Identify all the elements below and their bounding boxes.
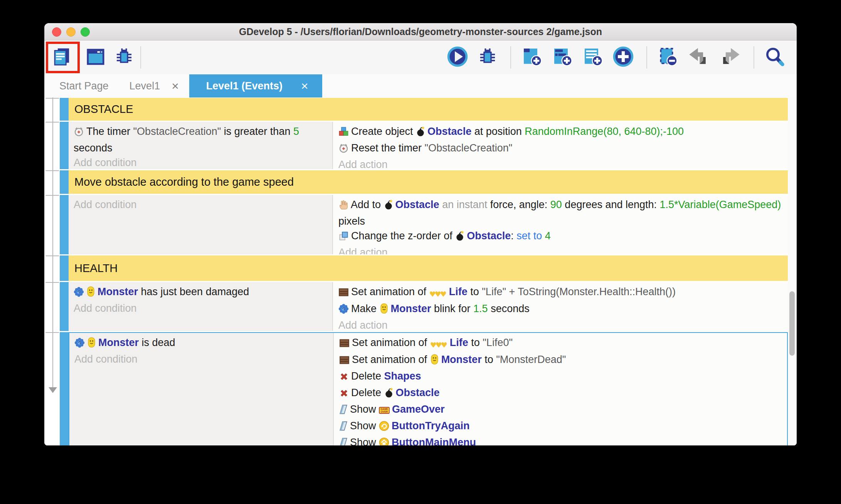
redo-button[interactable] <box>719 47 743 68</box>
text-segment: Show <box>350 420 379 432</box>
search-button[interactable] <box>764 46 787 69</box>
text-segment: Shapes <box>384 370 421 382</box>
condition-line[interactable]: Monster has just been damaged <box>74 284 328 301</box>
action-line[interactable]: Change the z-order of Obstacle: set to 4 <box>338 228 783 245</box>
tab-level1[interactable]: Level1 × <box>119 74 189 97</box>
action-line[interactable]: Add to Obstacle an instant force, angle:… <box>338 197 783 228</box>
actions-cell[interactable]: Create object Obstacle at position Rando… <box>333 122 788 169</box>
redo-icon <box>719 47 741 68</box>
close-icon[interactable]: × <box>172 80 179 92</box>
add-subevent-icon <box>552 46 573 69</box>
bomb-icon <box>455 230 464 245</box>
minimize-button[interactable] <box>66 27 76 37</box>
tree-gutter <box>44 195 60 254</box>
text-segment: Delete <box>351 370 384 382</box>
text-segment: Life <box>450 337 468 348</box>
conditions-cell[interactable]: Add condition <box>69 195 332 254</box>
close-button[interactable] <box>52 27 61 37</box>
text-segment: Change the z-order of <box>351 230 455 242</box>
add-condition-button[interactable]: Add condition <box>74 155 328 169</box>
vertical-scrollbar[interactable] <box>788 97 797 445</box>
event-content[interactable]: Add conditionAdd to Obstacle an instant … <box>69 195 788 254</box>
conditions-cell[interactable]: The timer "ObstacleCreation" is greater … <box>69 122 332 169</box>
close-icon[interactable]: × <box>301 80 308 92</box>
action-line[interactable]: Set animation of ♥♥♥Life to "Life0" <box>339 335 782 352</box>
actions-cell[interactable]: Add to Obstacle an instant force, angle:… <box>333 195 788 254</box>
text-segment: pixels <box>338 215 365 227</box>
action-line[interactable]: Delete Obstacle <box>339 385 782 402</box>
action-line[interactable]: Make Monster blink for 1.5 seconds <box>338 301 783 318</box>
event-content[interactable]: Monster has just been damagedAdd conditi… <box>69 282 788 331</box>
group-header[interactable]: HEALTH <box>69 255 788 281</box>
add-action-button[interactable]: Add action <box>338 157 783 169</box>
create-object-icon <box>338 126 349 141</box>
text-segment: 4 <box>545 230 551 242</box>
behavior-icon <box>74 286 84 301</box>
project-manager-button[interactable] <box>51 46 74 69</box>
text-segment: Monster <box>98 337 139 348</box>
action-line[interactable]: Set animation of ♥♥♥Life to "Life" + ToS… <box>338 284 783 301</box>
action-line[interactable]: Create object Obstacle at position Rando… <box>338 124 783 141</box>
event-selection-bar[interactable] <box>60 122 69 169</box>
add-action-button[interactable]: Add action <box>338 318 783 331</box>
event-selection-bar[interactable] <box>60 282 69 331</box>
action-line[interactable]: Delete Shapes <box>339 369 782 385</box>
events-sheet: OBSTACLEThe timer "ObstacleCreation" is … <box>44 97 797 445</box>
action-line[interactable]: Reset the timer "ObstacleCreation" <box>338 141 783 157</box>
animation-icon <box>338 286 349 301</box>
action-line[interactable]: Show ButtonTryAgain <box>339 418 782 435</box>
event-selection-bar[interactable] <box>60 255 69 281</box>
event-group-row: OBSTACLE <box>44 98 788 121</box>
debug-button[interactable] <box>114 46 137 69</box>
action-line[interactable]: Show ButtonMainMenu <box>339 435 782 445</box>
condition-line[interactable]: The timer "ObstacleCreation" is greater … <box>74 124 328 155</box>
add-action-button[interactable]: Add action <box>338 245 783 254</box>
animation-icon <box>339 354 350 369</box>
action-line[interactable]: Set animation of Monster to "MonsterDead… <box>339 352 782 369</box>
text-segment: force, angle: <box>490 199 550 210</box>
group-header[interactable]: Move obstacle according to the game spee… <box>69 170 788 194</box>
tab-level1-events[interactable]: Level1 (Events) × <box>189 74 322 97</box>
toolbar-divider <box>510 46 511 69</box>
event-rows: OBSTACLEThe timer "ObstacleCreation" is … <box>44 98 788 445</box>
annotation-highlight-box <box>46 42 80 73</box>
group-header[interactable]: OBSTACLE <box>69 98 788 121</box>
event-selection-bar[interactable] <box>60 170 69 194</box>
action-line[interactable]: Show GAMEOVERGameOver <box>339 402 782 418</box>
play-button[interactable] <box>447 46 471 69</box>
text-segment: to <box>468 337 483 348</box>
debug-icon <box>114 46 135 69</box>
scene-editor-icon <box>85 46 106 69</box>
debug-button[interactable] <box>477 46 500 69</box>
event-selection-bar[interactable] <box>60 332 69 445</box>
conditions-cell[interactable]: Monster is deadAdd condition <box>69 333 333 445</box>
scene-editor-button[interactable] <box>85 46 108 69</box>
event-selection-bar[interactable] <box>60 195 69 254</box>
tab-label: Start Page <box>59 80 109 92</box>
actions-cell[interactable]: Set animation of ♥♥♥Life to "Life0"Set a… <box>334 333 787 445</box>
add-condition-button[interactable]: Add condition <box>74 301 328 316</box>
scrollbar-thumb[interactable] <box>789 291 795 356</box>
zoom-button[interactable] <box>81 27 90 37</box>
tab-start-page[interactable]: Start Page <box>49 74 119 97</box>
actions-cell[interactable]: Set animation of ♥♥♥Life to "Life" + ToS… <box>333 282 788 331</box>
event-content[interactable]: Monster is deadAdd conditionSet animatio… <box>69 332 788 445</box>
add-comment-button[interactable] <box>582 46 606 69</box>
event-content[interactable]: The timer "ObstacleCreation" is greater … <box>69 122 788 169</box>
add-new-button[interactable] <box>612 46 636 69</box>
add-condition-button[interactable]: Add condition <box>74 352 328 366</box>
tree-gutter <box>44 332 60 445</box>
event-selection-bar[interactable] <box>60 98 69 121</box>
undo-button[interactable] <box>688 47 712 68</box>
remove-event-button[interactable] <box>657 46 681 69</box>
group-title: HEALTH <box>74 262 118 275</box>
tree-gutter <box>44 122 60 169</box>
add-event-button[interactable] <box>521 46 545 69</box>
conditions-cell[interactable]: Monster has just been damagedAdd conditi… <box>69 282 332 331</box>
condition-line[interactable]: Monster is dead <box>74 335 328 352</box>
tab-label: Level1 <box>130 80 160 92</box>
animation-icon <box>339 337 350 352</box>
text-segment: 1.5 <box>473 303 488 314</box>
add-subevent-button[interactable] <box>552 46 575 69</box>
add-condition-button[interactable]: Add condition <box>74 197 328 212</box>
